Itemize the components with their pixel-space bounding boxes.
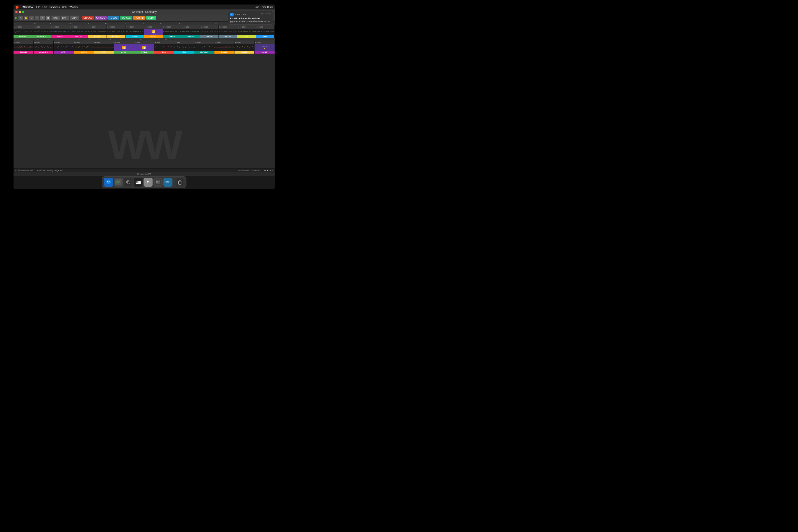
tab-barcel[interactable]: BARCEL [120, 16, 132, 20]
menu-file[interactable]: File [36, 6, 40, 8]
waveform-sarah2 [69, 29, 88, 35]
apple-menu[interactable]: 🍎 [15, 5, 19, 9]
ctrl-pepa: 27 100% [174, 40, 194, 44]
waveform-nando [215, 44, 234, 51]
ch-num-joanne2: 20 [34, 42, 36, 43]
notification-source: APP STORE [235, 14, 246, 16]
wave-bea [154, 44, 174, 51]
channel-bea: 26 100% BEA [154, 40, 174, 54]
group-tabs: CHICAS CHICOS TODOS BARCEL POOR B BODA [82, 16, 156, 20]
dock-diagnostics[interactable] [114, 178, 123, 187]
lowre-label: LOW RE [261, 46, 268, 48]
waveform-paul [256, 29, 275, 35]
tag-joanne2: 100% [36, 42, 40, 43]
name-peter: PETER [144, 35, 163, 38]
at-paul: AT [259, 26, 260, 28]
btn-b[interactable]: B [46, 16, 51, 20]
channel-susan: 7 AT 100% SUSAN [126, 25, 144, 38]
ch-num-robert: 1 [14, 26, 16, 28]
btn-a[interactable]: A [40, 16, 45, 20]
menu-window[interactable]: Window [69, 6, 78, 8]
menu-chat[interactable]: Chat [62, 6, 67, 8]
channels-count: 48 channels / 48000.00 Hz [238, 169, 262, 172]
minimize-button[interactable] [19, 11, 21, 13]
plan-badge: PLATINU [264, 169, 273, 172]
cursor-icon[interactable]: ↖ [18, 16, 23, 20]
menubar: 🍎 Wavetool File Edit Functions Chat Wind… [14, 4, 275, 10]
channel-david2: 12 AT 100% DAVID 2 [219, 25, 237, 38]
channel-april2: 25 100% 📶 APRIL 2 [134, 40, 154, 54]
name-joanne: JOANNE [14, 51, 33, 54]
wave-jenny [163, 29, 181, 35]
name-bea: BEA [154, 51, 174, 54]
menu-functions[interactable]: Functions [49, 6, 60, 8]
wave-robert [14, 29, 32, 35]
dock-wavetool[interactable] [164, 178, 172, 187]
channel-peter: 8 AT 100% 📶 wireless PETER [144, 25, 163, 38]
ch-num-amy: 13 [238, 26, 240, 28]
wave-jenny2 [181, 29, 200, 35]
wave-harry [88, 29, 107, 35]
dock-finder[interactable] [104, 178, 113, 187]
wave-mariola [194, 44, 214, 51]
ctrl-mano: 31 100% [255, 40, 274, 44]
name-april2: APRIL 2 [134, 51, 154, 54]
channel-pepa: 27 100% PEPA [174, 40, 194, 54]
svg-point-24 [148, 182, 149, 183]
wave-sarah [51, 29, 69, 35]
channel-kathy: 23 100% KATHY [94, 40, 114, 54]
ctrl-bea: 26 100% [154, 40, 174, 44]
app-menu[interactable]: Wavetool [22, 6, 34, 8]
dock-audio-midi[interactable] [154, 178, 163, 187]
name-angel: ANGEL [235, 51, 254, 54]
tool2-icon[interactable]: ✋ [24, 16, 29, 20]
tab-boda[interactable]: BODA [146, 16, 156, 20]
waveform-jenny2 [181, 29, 200, 35]
wave-joanne [14, 44, 33, 51]
svg-rect-29 [159, 182, 160, 183]
tool4-icon[interactable]: ✦ [35, 16, 39, 20]
dock-system-prefs[interactable] [144, 178, 153, 187]
tab-poor-b[interactable]: POOR B [133, 16, 146, 20]
channel-nando: 29 100% NANDO [215, 40, 235, 54]
tag-marta: 100% [76, 42, 80, 43]
tag-david: 100% [204, 26, 208, 28]
wave-david2 [219, 29, 237, 35]
tool3-icon[interactable]: ⊙ [29, 16, 34, 20]
dock-twist[interactable] [124, 178, 133, 187]
row-num-29: 29 [119, 39, 121, 40]
svg-rect-30 [165, 179, 171, 185]
at-harry: T [91, 26, 91, 28]
tab-todos[interactable]: TODOS [108, 16, 119, 20]
ch-num-mariola: 28 [195, 42, 197, 43]
channel-jenny2: 10 AT 100% JENNY 2 [181, 25, 200, 38]
btn-chat[interactable]: CHAT [70, 16, 79, 20]
name-kathy: KATHY [94, 51, 114, 54]
dock-piano[interactable] [134, 178, 143, 187]
wave-paul [256, 29, 275, 35]
at-sarah: AT [53, 26, 55, 28]
main-area: WW [14, 54, 275, 176]
maximize-button[interactable] [22, 11, 24, 13]
ctrl-jenny2: 10 AT 100% [181, 25, 200, 29]
channel-harry: 5 T 100% HARRY [88, 25, 107, 38]
menu-edit[interactable]: Edit [42, 6, 47, 8]
ctrl-harry: 5 T 100% [88, 25, 107, 29]
name-marta: MARTA [74, 51, 94, 54]
ctrl-david: 11 AT 100% [200, 25, 219, 29]
svg-point-9 [106, 180, 111, 184]
ctrl-larry: 21 100% [54, 40, 73, 44]
row-num-21: 21 [37, 39, 39, 40]
svg-rect-13 [125, 179, 132, 185]
dock-trash[interactable] [175, 178, 184, 187]
close-button[interactable] [15, 11, 18, 13]
waveform-bea [154, 44, 174, 51]
wireless-label-peter: wireless [151, 33, 156, 35]
tab-chicas[interactable]: CHICAS [82, 16, 94, 20]
btn-alert-resi[interactable]: ALERTRESI... [61, 16, 69, 20]
btn-solo-clear[interactable]: SOLOCLEAR [51, 16, 60, 20]
tab-chicos[interactable]: CHICOS [95, 16, 107, 20]
wave-angel [235, 44, 254, 51]
ch-num-jenny: 9 [163, 26, 165, 28]
dock [102, 176, 186, 188]
